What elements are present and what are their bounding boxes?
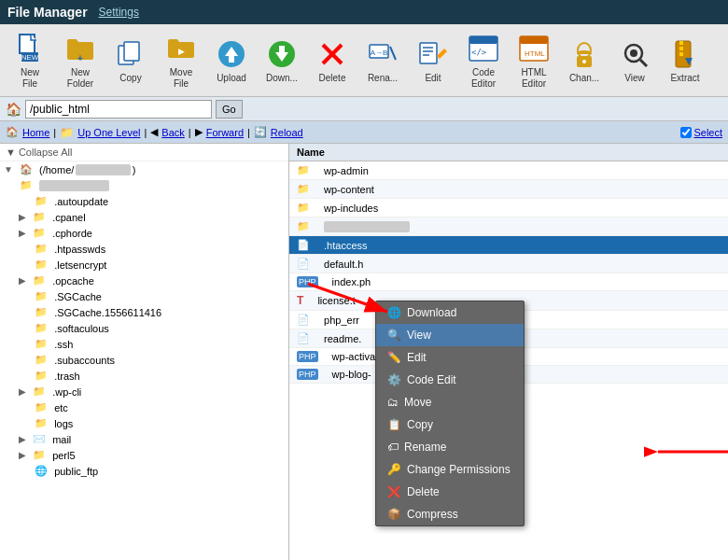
folder-label: .ssh xyxy=(54,339,73,350)
expand-icon: ▶ xyxy=(19,275,26,286)
list-item[interactable]: ▶ 📁 .cphorde xyxy=(0,225,288,241)
address-input[interactable] xyxy=(25,100,212,119)
nav-home[interactable]: Home xyxy=(22,127,49,138)
folder-label: etc xyxy=(54,402,68,413)
nav-reload[interactable]: Reload xyxy=(271,127,303,138)
file-name: .htaccess xyxy=(324,240,367,251)
move-file-label: Move File xyxy=(170,67,192,90)
toolbar-copy[interactable]: Copy xyxy=(106,29,155,92)
table-row[interactable]: 📄 default.h xyxy=(289,255,728,273)
table-row[interactable]: 📁 wp-content xyxy=(289,180,728,199)
root-censored xyxy=(76,164,130,175)
toolbar-view[interactable]: View xyxy=(610,29,659,92)
ctx-rename-icon: 🏷 xyxy=(387,441,399,454)
table-row[interactable]: 📁 wp-admin xyxy=(289,161,728,180)
file-name: wp-activa xyxy=(332,351,375,362)
list-item[interactable]: 📁 .letsencrypt xyxy=(0,257,288,273)
edit-icon xyxy=(416,37,450,71)
folder-label: mail xyxy=(52,434,71,445)
file-name: readme. xyxy=(324,333,361,344)
rename-icon: A→B xyxy=(366,37,399,71)
list-item[interactable]: 📁 .ssh xyxy=(0,336,288,352)
nav-forward[interactable]: Forward xyxy=(206,127,244,138)
toolbar-new-file[interactable]: NEWNew File xyxy=(6,29,54,92)
list-item[interactable]: 📁 logs xyxy=(0,415,288,431)
list-item[interactable]: ▶ 📁 .opcache xyxy=(0,273,288,288)
folder-label-censored xyxy=(39,180,109,191)
folder-label: .SGCache.1556611416 xyxy=(54,307,161,318)
toolbar-delete[interactable]: Delete xyxy=(308,29,357,92)
ctx-rename[interactable]: 🏷Rename xyxy=(376,436,524,458)
ctx-copy[interactable]: 📋Copy xyxy=(376,413,524,436)
list-item[interactable]: 📁 .SGCache.1556611416 xyxy=(0,304,288,320)
ctx-edit[interactable]: ✏️Edit xyxy=(376,346,524,369)
expand-icon: ▶ xyxy=(19,386,26,397)
upload-label: Upload xyxy=(217,73,246,84)
list-item[interactable]: ▶ ✉️ mail xyxy=(0,431,288,447)
go-button[interactable]: Go xyxy=(216,100,243,119)
file-icon: 📄 xyxy=(297,258,310,270)
list-item[interactable]: 📁 .softaculous xyxy=(0,320,288,336)
expand-placeholder xyxy=(19,307,28,318)
nav-up-one-level[interactable]: Up One Level xyxy=(77,127,140,138)
ctx-item-label: Rename xyxy=(404,441,446,454)
toolbar-extract[interactable]: Extract xyxy=(661,29,709,92)
change-perms-label: Chan... xyxy=(569,73,599,84)
ctx-change-perms[interactable]: 🔑Change Permissions xyxy=(376,458,524,481)
ctx-view[interactable]: 🔍View xyxy=(376,324,524,346)
list-item[interactable]: ▶ 📁 .cpanel xyxy=(0,209,288,225)
toolbar-upload[interactable]: Upload xyxy=(207,29,256,92)
list-item[interactable]: 📁 .trash xyxy=(0,368,288,384)
list-item[interactable]: ▶ 📁 perl5 xyxy=(0,447,288,463)
toolbar-rename[interactable]: A→BRena... xyxy=(358,29,407,92)
toolbar-download[interactable]: Down... xyxy=(258,29,306,92)
list-item[interactable]: 📁 xyxy=(0,177,288,193)
folder-label: perl5 xyxy=(52,450,75,461)
folder-label: .cphorde xyxy=(52,228,92,239)
settings-link[interactable]: Settings xyxy=(99,6,139,19)
ctx-compress[interactable]: 📦Compress xyxy=(376,503,524,525)
svg-text:A→B: A→B xyxy=(371,49,388,57)
toolbar-change-perms[interactable]: Chan... xyxy=(560,29,609,92)
file-name: default.h xyxy=(324,259,363,270)
collapse-all[interactable]: ▼ Collapse All xyxy=(0,144,288,161)
toolbar-edit[interactable]: Edit xyxy=(409,29,457,92)
delete-label: Delete xyxy=(319,73,346,84)
toolbar-code-editor[interactable]: </>Code Editor xyxy=(459,29,508,92)
folder-label: public_ftp xyxy=(54,466,98,477)
folder-icon: 📁 xyxy=(33,274,46,287)
ctx-delete[interactable]: ❌Delete xyxy=(376,481,524,503)
expand-icon: ▶ xyxy=(19,212,26,222)
ctx-move-icon: 🗂 xyxy=(387,396,399,409)
expand-icon: ▶ xyxy=(19,434,26,444)
table-row[interactable]: 📄 .htaccess xyxy=(289,236,728,255)
file-icon: 📄 xyxy=(297,332,310,344)
svg-text:</>: </> xyxy=(471,48,487,57)
ctx-move[interactable]: 🗂Move xyxy=(376,391,524,413)
list-item[interactable]: 📁 .autoupdate xyxy=(0,193,288,209)
expand-placeholder xyxy=(19,339,28,350)
nav-select[interactable]: Select xyxy=(693,127,722,138)
nav-up-icon: 📁 xyxy=(60,126,74,139)
ctx-perms-icon: 🔑 xyxy=(387,463,401,476)
list-item[interactable]: 📁 .htpasswds xyxy=(0,241,288,257)
nav-back[interactable]: Back xyxy=(161,127,184,138)
list-item[interactable]: 📁 .subaccounts xyxy=(0,352,288,368)
folder-icon: 📁 xyxy=(33,211,46,223)
select-checkbox[interactable] xyxy=(680,127,692,138)
list-item[interactable]: 📁 etc xyxy=(0,399,288,415)
toolbar-move-file[interactable]: ▶Move File xyxy=(157,29,205,92)
arrow-indicator-2 xyxy=(644,433,728,473)
toolbar-new-folder[interactable]: +New Folder xyxy=(56,29,105,92)
list-item[interactable]: 📁 .SGCache xyxy=(0,288,288,304)
table-row[interactable]: PHP index.ph xyxy=(289,273,728,291)
ctx-download[interactable]: 🌐Download xyxy=(376,301,524,324)
list-item[interactable]: 🌐 public_ftp xyxy=(0,463,288,479)
tree-root[interactable]: ▼ 🏠 (/home/ ) xyxy=(0,161,288,177)
ctx-code-edit[interactable]: ⚙️Code Edit xyxy=(376,369,524,391)
ctx-item-label: Change Permissions xyxy=(407,463,511,476)
table-row[interactable]: 📁 xyxy=(289,217,728,236)
toolbar-html-editor[interactable]: HTMLHTML Editor xyxy=(510,29,558,92)
list-item[interactable]: ▶ 📁 .wp-cli xyxy=(0,384,288,399)
table-row[interactable]: 📁 wp-includes xyxy=(289,199,728,217)
